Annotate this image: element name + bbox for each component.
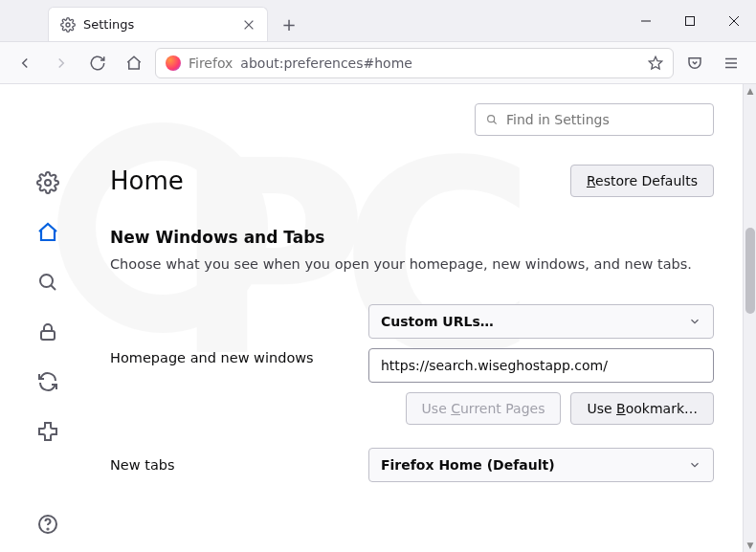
page-title: Home — [110, 166, 570, 195]
sidebar-item-extensions[interactable] — [35, 419, 60, 444]
svg-rect-1 — [686, 17, 695, 26]
svg-point-6 — [47, 528, 48, 529]
homepage-label: Homepage and new windows — [110, 304, 349, 365]
sidebar-item-sync[interactable] — [35, 369, 60, 394]
identity-label: Firefox — [189, 55, 233, 71]
gear-icon — [60, 17, 76, 33]
svg-rect-4 — [41, 331, 55, 340]
url-bar[interactable]: Firefox about:preferences#home — [155, 48, 674, 78]
sidebar-item-home[interactable] — [35, 220, 60, 245]
back-button[interactable] — [10, 48, 40, 78]
search-icon — [485, 113, 499, 126]
svg-point-0 — [66, 23, 70, 27]
section-description: Choose what you see when you open your h… — [110, 254, 714, 276]
app-menu-button[interactable] — [716, 48, 746, 78]
newtabs-mode-select[interactable]: Firefox Home (Default) — [368, 448, 714, 482]
reload-button[interactable] — [82, 48, 113, 78]
close-window-button[interactable] — [712, 0, 756, 42]
vertical-scrollbar[interactable]: ▲ ▼ — [743, 84, 756, 552]
url-text: about:preferences#home — [240, 55, 640, 71]
firefox-logo-icon — [166, 55, 181, 71]
homepage-mode-select[interactable]: Custom URLs… — [368, 304, 714, 339]
pocket-button[interactable] — [679, 48, 710, 78]
scroll-up-icon[interactable]: ▲ — [744, 84, 756, 98]
newtabs-label: New tabs — [110, 457, 349, 473]
chevron-down-icon — [688, 315, 701, 328]
forward-button — [46, 48, 77, 78]
tab-settings[interactable]: Settings — [48, 7, 268, 41]
find-in-settings[interactable] — [475, 103, 714, 136]
preferences-content: PC Home RRestore Defaultsestore De — [0, 84, 743, 552]
restore-defaults-button[interactable]: RRestore Defaultsestore Defaults — [570, 165, 714, 197]
find-input[interactable] — [506, 112, 703, 127]
svg-point-2 — [45, 180, 51, 186]
minimize-button[interactable] — [624, 0, 668, 42]
homepage-url-input[interactable] — [368, 348, 714, 383]
tab-label: Settings — [83, 17, 234, 32]
select-value: Custom URLs… — [381, 314, 688, 329]
main-panel: Home RRestore Defaultsestore Defaults Ne… — [110, 84, 743, 482]
svg-point-7 — [488, 116, 495, 122]
bookmark-star-icon[interactable] — [648, 55, 663, 71]
window-titlebar: Settings + — [0, 0, 756, 42]
home-button[interactable] — [119, 48, 149, 78]
chevron-down-icon — [688, 458, 701, 472]
use-bookmark-button[interactable]: Use Bookmark…Use Bookmark… — [570, 392, 714, 425]
sidebar-item-privacy[interactable] — [35, 320, 60, 344]
window-controls — [624, 0, 756, 41]
maximize-button[interactable] — [668, 0, 712, 42]
sidebar-item-general[interactable] — [35, 170, 60, 195]
use-current-pages-button: Use Current PagesUse Current Pages — [406, 392, 562, 425]
tabs-strip: Settings + — [0, 0, 624, 41]
category-sidebar — [0, 84, 96, 552]
scrollbar-thumb[interactable] — [745, 228, 755, 314]
navigation-toolbar: Firefox about:preferences#home — [0, 42, 756, 84]
section-title: New Windows and Tabs — [110, 228, 714, 247]
sidebar-item-search[interactable] — [35, 270, 60, 295]
select-value: Firefox Home (Default) — [381, 457, 688, 473]
sidebar-item-support[interactable] — [35, 512, 60, 537]
new-tab-button[interactable]: + — [274, 9, 304, 39]
close-icon[interactable] — [242, 18, 256, 32]
scroll-down-icon[interactable]: ▼ — [744, 539, 756, 552]
